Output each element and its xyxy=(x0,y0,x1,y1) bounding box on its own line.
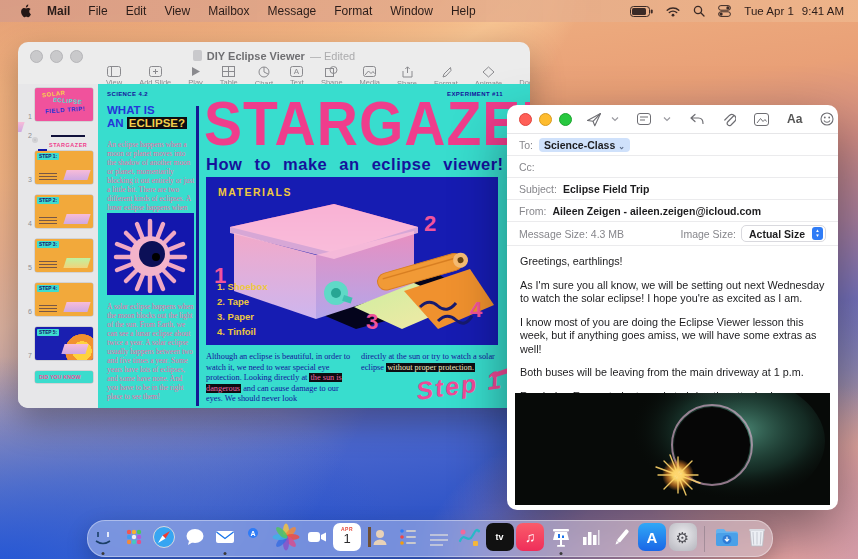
header-fields-button[interactable] xyxy=(637,113,654,126)
send-button[interactable] xyxy=(586,112,602,127)
apple-menu-icon[interactable] xyxy=(20,4,33,18)
zoom-button[interactable] xyxy=(559,113,572,126)
to-recipient-token[interactable]: Science-Class ⌄ xyxy=(539,138,630,152)
menu-time: 9:41 AM xyxy=(802,5,844,17)
dock-settings[interactable]: ⚙ xyxy=(669,523,697,554)
subject-field[interactable]: Subject: Eclipse Field Trip xyxy=(507,178,838,200)
dock-calendar[interactable]: APR1 xyxy=(333,523,361,554)
running-indicator xyxy=(102,552,105,555)
dock-pages[interactable] xyxy=(608,523,636,554)
gear-icon: ⚙ xyxy=(676,530,689,545)
reply-indent-icon[interactable] xyxy=(689,113,704,125)
dock-reminders[interactable] xyxy=(394,523,422,554)
send-options-chevron[interactable] xyxy=(611,116,619,122)
minimize-button[interactable] xyxy=(539,113,552,126)
control-center-icon[interactable] xyxy=(718,5,731,17)
slide-thumbnail-3[interactable]: 3 STEP 1: xyxy=(18,151,98,184)
materials-list: 1. Shoebox 2. Tape 3. Paper 4. Tinfoil xyxy=(217,279,268,339)
format-button[interactable]: Aa xyxy=(787,112,802,126)
menu-view[interactable]: View xyxy=(164,4,190,18)
battery-icon[interactable] xyxy=(630,6,653,17)
svg-text:A: A xyxy=(294,67,300,76)
material-number-3: 3 xyxy=(366,309,378,335)
materials-title: MATERIALS xyxy=(218,186,292,198)
music-note-icon: ♫ xyxy=(525,529,536,545)
slide-canvas[interactable]: SCIENCE 4.2 EXPERIMENT #11 WHAT IS AN EC… xyxy=(98,84,530,408)
dock-keynote[interactable] xyxy=(547,523,575,554)
edited-label: — Edited xyxy=(310,50,355,62)
dock-appletv[interactable]: tv xyxy=(486,523,514,554)
close-button[interactable] xyxy=(30,50,43,63)
eclipse-paragraph-2: A solar eclipse happens when the moon bl… xyxy=(107,302,194,401)
menu-message[interactable]: Message xyxy=(268,4,317,18)
zoom-button[interactable] xyxy=(70,50,83,63)
slide-thumbnail-6[interactable]: 6 STEP 4: xyxy=(18,283,98,316)
what-is-eclipse-heading: WHAT IS AN ECLIPSE? xyxy=(107,104,187,130)
close-button[interactable] xyxy=(519,113,532,126)
dock-launchpad[interactable] xyxy=(120,523,148,554)
cc-field[interactable]: Cc: xyxy=(507,156,838,178)
insert-photo-button[interactable] xyxy=(754,113,769,126)
dock-divider xyxy=(704,526,705,552)
stepper-icon: ▲▼ xyxy=(812,227,823,240)
minimize-button[interactable] xyxy=(50,50,63,63)
header-options-chevron[interactable] xyxy=(663,116,671,122)
image-size-select[interactable]: Actual Size ▲▼ xyxy=(741,225,826,242)
dock-safari[interactable] xyxy=(150,523,178,554)
slide-thumbnail-1[interactable]: 1 SOLAR ECLIPSE FIELD TRIP! xyxy=(18,88,98,121)
menu-file[interactable]: File xyxy=(88,4,107,18)
menu-edit[interactable]: Edit xyxy=(126,4,147,18)
dock-finder[interactable] xyxy=(89,523,117,554)
to-field[interactable]: To: Science-Class ⌄ xyxy=(507,134,838,156)
menu-mailbox[interactable]: Mailbox xyxy=(208,4,249,18)
attach-button[interactable] xyxy=(722,112,736,127)
menu-format[interactable]: Format xyxy=(334,4,372,18)
slide-thumbnail-2-selected[interactable]: 2 STARGAZER xyxy=(18,132,98,140)
eclipse-photo-attachment[interactable] xyxy=(515,393,830,505)
dock-music[interactable]: ♫ xyxy=(516,523,544,554)
slide-thumbnail-8[interactable]: DID YOU KNOW xyxy=(18,371,98,383)
size-row: Message Size: 4.3 MB Image Size: Actual … xyxy=(507,222,838,246)
keynote-traffic-lights[interactable] xyxy=(30,50,83,63)
dock-facetime[interactable] xyxy=(303,523,331,554)
keynote-window: DIY Eclipse Viewer — Edited View Add Sli… xyxy=(18,42,530,408)
slide-thumbnail-7[interactable]: 7 STEP 5: xyxy=(18,327,98,360)
dock-mail[interactable] xyxy=(211,523,239,554)
chevron-down-icon: ⌄ xyxy=(618,142,625,151)
slide-thumbnail-4[interactable]: 4 STEP 2: xyxy=(18,195,98,228)
menu-clock[interactable]: Tue Apr 1 9:41 AM xyxy=(744,5,844,17)
materials-item: 2. Tape xyxy=(217,294,268,309)
from-field[interactable]: From: Aileen Zeigen - aileen.zeigen@iclo… xyxy=(507,200,838,222)
mail-toolbar[interactable]: Aa xyxy=(507,105,838,134)
keynote-titlebar[interactable]: DIY Eclipse Viewer — Edited xyxy=(18,42,530,64)
dock-contacts[interactable] xyxy=(364,523,392,554)
menu-app-name[interactable]: Mail xyxy=(47,4,70,18)
slide-thumbnail-5[interactable]: 5 STEP 3: xyxy=(18,239,98,272)
materials-item: 3. Paper xyxy=(217,309,268,324)
dock-messages[interactable] xyxy=(181,523,209,554)
dock-numbers[interactable] xyxy=(577,523,605,554)
materials-panel: MATERIALS 1 2 3 4 1. Shoebox 2. Tape 3. … xyxy=(206,177,498,345)
emoji-button[interactable] xyxy=(820,112,834,126)
slide-subtitle: How to make an eclipse viewer! xyxy=(206,155,504,174)
dock-trash[interactable] xyxy=(743,523,771,554)
message-size-value: 4.3 MB xyxy=(591,228,624,240)
dock-appstore[interactable]: A xyxy=(638,523,666,554)
materials-item: 4. Tinfoil xyxy=(217,324,268,339)
dock-downloads[interactable] xyxy=(713,523,741,554)
dock-freeform[interactable] xyxy=(455,523,483,554)
dock-photos[interactable] xyxy=(272,523,300,554)
menu-help[interactable]: Help xyxy=(451,4,476,18)
column-divider xyxy=(196,106,199,406)
dock-maps[interactable]: A xyxy=(242,523,270,554)
menu-window[interactable]: Window xyxy=(390,4,433,18)
eclipse-highlight: ECLIPSE? xyxy=(127,117,187,129)
document-proxy-icon[interactable] xyxy=(193,50,202,61)
search-icon[interactable] xyxy=(693,5,705,17)
dock: A APR1 tv ♫ A ⚙ xyxy=(87,520,773,557)
wifi-icon[interactable] xyxy=(666,6,680,17)
dock-notes[interactable] xyxy=(425,523,453,554)
slide-title: STARGAZER xyxy=(204,86,530,160)
keynote-window-title: DIY Eclipse Viewer xyxy=(207,50,305,62)
appstore-a-icon: A xyxy=(647,529,658,546)
